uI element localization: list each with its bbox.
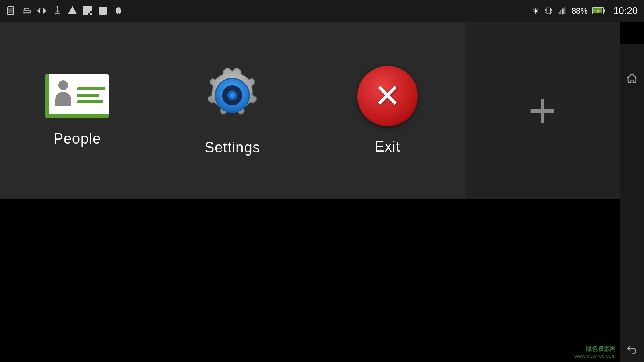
status-left-icons bbox=[6, 6, 123, 16]
svg-rect-19 bbox=[560, 10, 561, 14]
svg-rect-11 bbox=[547, 8, 550, 14]
svg-point-2 bbox=[57, 6, 58, 8]
card-line-3 bbox=[77, 100, 103, 103]
home-button[interactable] bbox=[622, 68, 642, 88]
svg-point-4 bbox=[72, 12, 73, 13]
sim-icon bbox=[558, 6, 567, 15]
gear-icon bbox=[202, 65, 262, 127]
warning-icon bbox=[68, 6, 77, 16]
clock: 10:20 bbox=[613, 5, 638, 16]
exit-app[interactable]: ✕ Exit bbox=[310, 22, 465, 199]
svg-rect-24 bbox=[604, 9, 605, 12]
side-nav bbox=[620, 44, 644, 362]
people-icon-green-left bbox=[45, 74, 49, 118]
card-lines bbox=[77, 87, 105, 103]
people-icon-green-bottom bbox=[49, 114, 109, 118]
bottom-area bbox=[0, 199, 644, 362]
exit-x-symbol: ✕ bbox=[374, 80, 401, 112]
svg-point-29 bbox=[230, 93, 235, 98]
app-grid: People bbox=[0, 22, 620, 199]
car-icon bbox=[22, 6, 31, 16]
svg-rect-9 bbox=[91, 14, 92, 15]
watermark-line2: www.downcc.com bbox=[574, 353, 616, 359]
exit-label: Exit bbox=[375, 138, 400, 155]
checkbox-icon bbox=[98, 6, 108, 16]
person-body bbox=[55, 92, 71, 106]
plus-icon: + bbox=[528, 86, 557, 135]
code-icon bbox=[37, 6, 47, 16]
bluetooth-icon: ∗ bbox=[532, 6, 539, 16]
svg-rect-1 bbox=[8, 8, 13, 13]
svg-rect-20 bbox=[562, 9, 564, 15]
person-silhouette bbox=[52, 80, 74, 111]
usb-icon bbox=[52, 6, 62, 16]
svg-rect-5 bbox=[84, 7, 87, 10]
battery-icon: ⚡ bbox=[592, 7, 605, 14]
watermark-line1: 绿色资源网 bbox=[574, 345, 616, 353]
card-line-1 bbox=[77, 87, 105, 90]
vibrate-icon bbox=[544, 6, 553, 15]
people-app[interactable]: People bbox=[0, 22, 155, 199]
svg-rect-8 bbox=[88, 11, 90, 13]
main-content: People bbox=[0, 22, 644, 362]
android-icon bbox=[114, 6, 123, 16]
settings-app[interactable]: Settings bbox=[155, 22, 310, 199]
exit-icon: ✕ bbox=[357, 66, 418, 126]
person-head bbox=[58, 80, 68, 90]
svg-text:⚡: ⚡ bbox=[596, 8, 601, 14]
status-bar: ∗ 88% ⚡ 10:20 bbox=[0, 0, 644, 22]
settings-label: Settings bbox=[204, 139, 260, 156]
watermark: 绿色资源网 www.downcc.com bbox=[574, 345, 616, 359]
svg-rect-21 bbox=[564, 7, 565, 14]
status-right: ∗ 88% ⚡ 10:20 bbox=[532, 5, 638, 16]
svg-rect-7 bbox=[84, 11, 87, 15]
tablet-icon bbox=[6, 6, 16, 16]
battery-percentage: 88% bbox=[572, 6, 588, 16]
people-label: People bbox=[54, 130, 101, 147]
svg-rect-6 bbox=[88, 7, 92, 10]
qr-icon bbox=[83, 6, 93, 16]
back-button[interactable] bbox=[622, 340, 642, 360]
add-app[interactable]: + bbox=[465, 22, 620, 199]
people-icon-content bbox=[45, 74, 109, 118]
card-line-2 bbox=[77, 94, 99, 97]
people-icon bbox=[45, 74, 109, 118]
svg-rect-18 bbox=[559, 12, 560, 14]
